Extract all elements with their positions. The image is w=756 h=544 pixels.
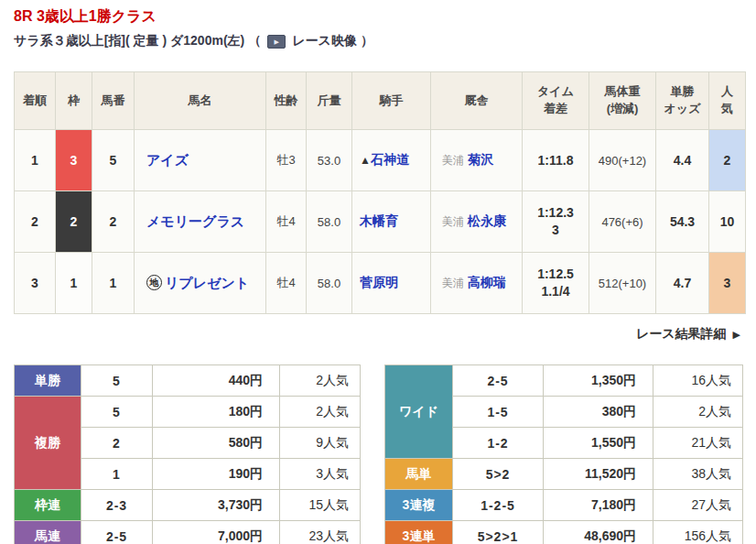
payout-table-left: 単勝 5 440円 2人気 複勝 5 180円 2人気 2 580円 9人気 1… <box>14 364 361 544</box>
race-video-link[interactable]: レース映像 <box>292 33 357 49</box>
combination: 2-5 <box>81 521 153 544</box>
payout-popularity: 23人気 <box>280 521 361 544</box>
horse-name-link[interactable]: メモリーグラス <box>146 213 244 229</box>
play-glyph: ▶ <box>275 38 279 45</box>
payout-row-umaren: 馬連 2-5 7,000円 23人気 <box>15 521 361 544</box>
combination: 5 <box>81 397 153 428</box>
payout-popularity: 27人気 <box>653 490 743 521</box>
col-weight: 斤量 <box>307 72 352 130</box>
combination: 1-5 <box>453 397 544 428</box>
finish-time: 1:12.5 <box>523 266 589 283</box>
payout-amount: 440円 <box>153 365 280 397</box>
col-body-weight: 馬体重 (増減) <box>589 72 656 130</box>
jockey-link[interactable]: 石神道 <box>371 152 409 167</box>
bet-type-bracket-quinella: 枠連 <box>15 490 81 521</box>
payout-popularity: 156人気 <box>653 521 743 544</box>
race-result-details-link[interactable]: レース結果詳細 ▶ <box>636 326 740 343</box>
payout-amount: 1,350円 <box>544 365 653 397</box>
horse-name-link[interactable]: リプレゼント <box>165 275 249 290</box>
win-odds: 4.7 <box>656 253 709 314</box>
win-odds: 54.3 <box>656 191 709 253</box>
popularity: 10 <box>709 191 746 253</box>
video-icon[interactable]: ▶ <box>267 35 286 49</box>
local-horse-mark: 地 <box>146 275 162 290</box>
combination: 2-3 <box>81 490 153 521</box>
payout-row-sanrentan: 3連単 5>2>1 48,690円 156人気 <box>385 521 743 544</box>
stable-area: 美浦 <box>442 277 464 289</box>
race-conditions-text: サラ系３歳以上[指]( 定量 ) ダ1200m(左) <box>14 33 244 49</box>
popularity: 3 <box>709 253 746 314</box>
paren-open: （ <box>248 33 261 49</box>
bet-type-win: 単勝 <box>15 365 81 397</box>
payout-row-fukusho-1: 複勝 5 180円 2人気 <box>15 397 361 428</box>
horse-number: 2 <box>92 191 135 253</box>
jockey-cell: 木幡育 <box>352 191 431 253</box>
combination: 2-5 <box>453 365 544 397</box>
stable-area: 美浦 <box>442 215 464 228</box>
payout-popularity: 2人気 <box>280 397 361 428</box>
time-margin-cell: 1:12.51.1/4 <box>523 253 589 314</box>
bet-type-trifecta: 3連単 <box>385 521 453 544</box>
payout-popularity: 2人気 <box>280 365 361 397</box>
payout-row-sanrenpuku: 3連複 1-2-5 7,180円 27人気 <box>385 490 743 521</box>
race-title: 8R 3歳以上1勝クラス <box>14 7 157 27</box>
col-finish: 着順 <box>15 72 56 130</box>
result-row-1: 1 3 5 アイズ 牡3 53.0 ▲石神道 美浦菊沢 1:11.8 490(+… <box>15 130 746 191</box>
payout-popularity: 38人気 <box>653 459 743 490</box>
jockey-link[interactable]: 菅原明 <box>360 275 398 289</box>
results-table: 着順 枠 馬番 馬名 性齢 斤量 騎手 厩舎 タイム 着差 馬体重 (増減) 単… <box>14 71 746 314</box>
payout-popularity: 2人気 <box>653 397 743 428</box>
combination: 1-2 <box>453 428 544 459</box>
details-label: レース結果詳細 <box>636 326 727 343</box>
stable-cell: 美浦高柳瑞 <box>431 253 523 314</box>
bet-type-quinella: 馬連 <box>15 521 81 544</box>
payout-popularity: 9人気 <box>280 428 361 459</box>
time-margin-cell: 1:11.8 <box>523 130 589 191</box>
body-weight: 476(+6) <box>589 191 656 253</box>
finish-position: 2 <box>15 191 56 253</box>
results-header-row: 着順 枠 馬番 馬名 性齢 斤量 騎手 厩舎 タイム 着差 馬体重 (増減) 単… <box>15 72 746 130</box>
finish-position: 1 <box>15 130 56 191</box>
payout-popularity: 21人気 <box>653 428 743 459</box>
body-weight: 490(+12) <box>589 130 656 191</box>
stable-link[interactable]: 高柳瑞 <box>468 275 506 289</box>
race-conditions: サラ系３歳以上[指]( 定量 ) ダ1200m(左) （ ▶ レース映像 ） <box>14 33 373 49</box>
result-row-3: 3 1 1 地リプレゼント 牡4 58.0 菅原明 美浦高柳瑞 1:12.51.… <box>15 253 746 314</box>
popularity: 2 <box>709 130 746 191</box>
sex-age: 牡3 <box>266 130 307 191</box>
time-margin-cell: 1:12.33 <box>523 191 589 253</box>
sex-age: 牡4 <box>266 191 307 253</box>
horse-name-cell: メモリーグラス <box>135 191 266 253</box>
bet-type-trio: 3連複 <box>385 490 453 521</box>
col-jockey: 騎手 <box>352 72 431 130</box>
col-odds: 単勝 オッズ <box>656 72 709 130</box>
jockey-link[interactable]: 木幡育 <box>360 213 398 228</box>
col-horse-name: 馬名 <box>135 72 266 130</box>
margin: 1.1/4 <box>523 283 589 300</box>
bet-type-exacta: 馬単 <box>385 459 453 490</box>
jockey-cell: ▲石神道 <box>352 130 431 191</box>
stable-area: 美浦 <box>442 154 464 167</box>
payout-popularity: 15人気 <box>280 490 361 521</box>
carried-weight: 53.0 <box>307 130 352 191</box>
margin: 3 <box>523 222 589 239</box>
payout-amount: 11,520円 <box>544 459 653 490</box>
carried-weight: 58.0 <box>307 253 352 314</box>
stable-link[interactable]: 松永康 <box>468 213 506 228</box>
combination: 5 <box>81 365 153 397</box>
horse-number: 5 <box>92 130 135 191</box>
bracket-number: 3 <box>56 130 92 191</box>
payout-amount: 180円 <box>153 397 280 428</box>
jockey-cell: 菅原明 <box>352 253 431 314</box>
result-row-2: 2 2 2 メモリーグラス 牡4 58.0 木幡育 美浦松永康 1:12.33 … <box>15 191 746 253</box>
payout-row-wakuren: 枠連 2-3 3,730円 15人気 <box>15 490 361 521</box>
finish-time: 1:12.3 <box>523 204 589 222</box>
col-time-margin: タイム 着差 <box>523 72 589 130</box>
stable-link[interactable]: 菊沢 <box>468 152 493 167</box>
payout-amount: 48,690円 <box>544 521 653 544</box>
horse-name-link[interactable]: アイズ <box>146 152 189 168</box>
payout-table-right: ワイド 2-5 1,350円 16人気 1-5 380円 2人気 1-2 1,5… <box>384 364 743 544</box>
col-stable: 厩舎 <box>431 72 523 130</box>
combination: 5>2 <box>453 459 544 490</box>
payout-popularity: 16人気 <box>653 365 743 397</box>
